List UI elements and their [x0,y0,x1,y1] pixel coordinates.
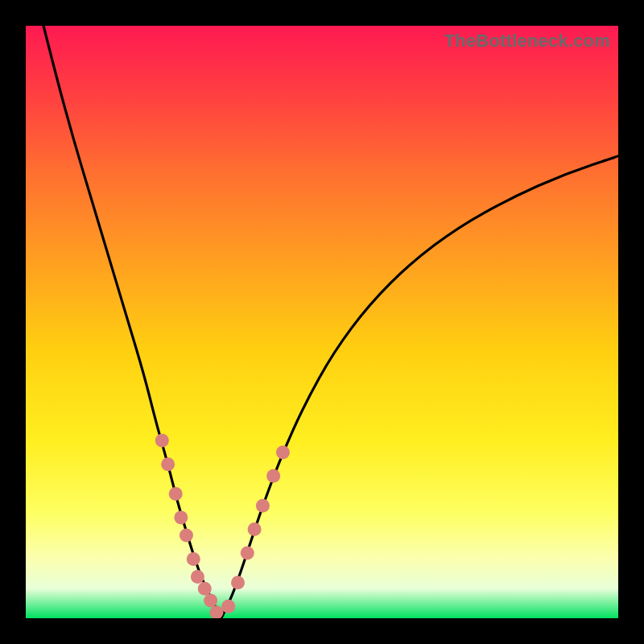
data-marker [221,600,235,613]
left-curve [43,26,221,618]
data-marker [256,499,270,513]
data-marker [174,510,188,524]
data-marker [198,582,212,596]
data-marker [169,487,183,501]
data-marker [180,528,193,542]
right-curve [221,156,618,618]
data-marker [231,576,245,589]
data-marker [161,457,175,471]
data-marker [204,593,217,607]
markers-left [155,434,224,618]
data-marker [276,445,290,459]
plot-area: TheBottleneck.com [26,26,618,618]
markers-right [221,445,290,613]
data-marker [191,570,204,584]
data-marker [209,605,223,618]
chart-frame: TheBottleneck.com [0,0,644,644]
data-marker [187,552,200,566]
chart-svg [26,26,618,618]
data-marker [248,522,262,536]
data-marker [241,547,254,560]
data-marker [155,434,169,448]
data-marker [266,469,280,483]
